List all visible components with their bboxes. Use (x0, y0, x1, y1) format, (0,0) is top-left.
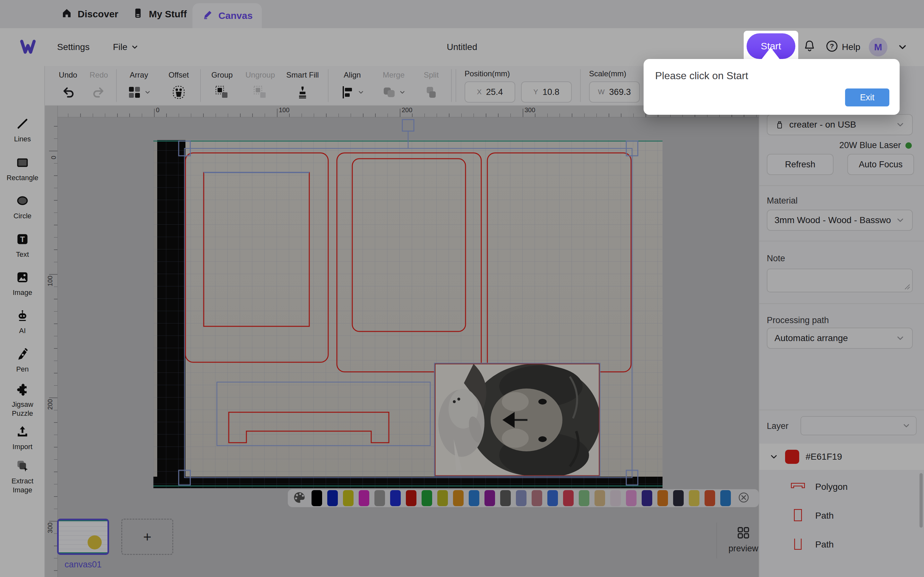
popover-message: Please click on Start (655, 70, 748, 82)
onboarding-popover: Please click on Start Exit (644, 59, 900, 115)
exit-button[interactable]: Exit (845, 89, 889, 106)
popover-arrow (760, 47, 782, 61)
